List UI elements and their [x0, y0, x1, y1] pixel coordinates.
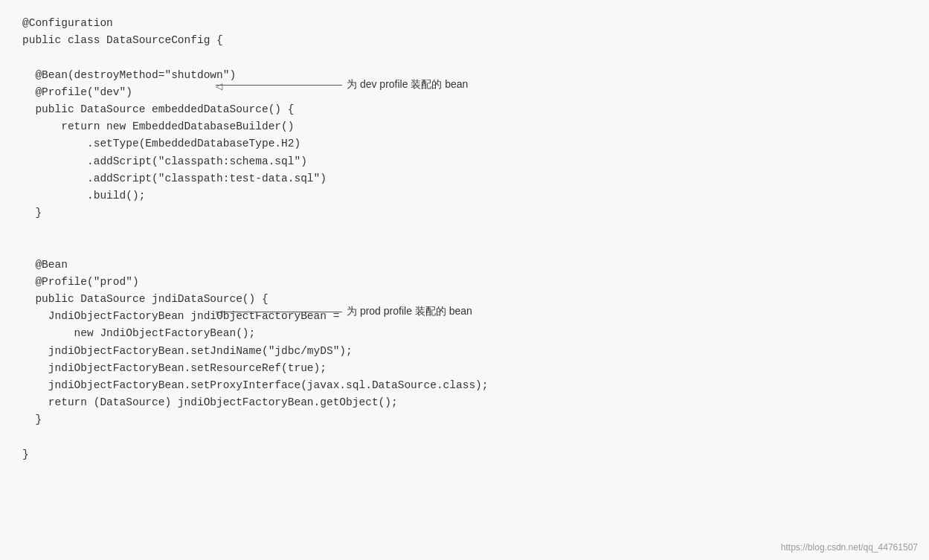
code-line-11: .build(); — [22, 190, 145, 202]
code-line-8: .setType(EmbeddedDatabaseType.H2) — [22, 138, 300, 149]
arrow-left-2: ◁ — [216, 312, 342, 312]
code-line-26: } — [22, 448, 29, 460]
code-line-23: return (DataSource) jndiObjectFactoryBea… — [22, 396, 398, 408]
code-line-1: @Configuration — [22, 17, 113, 29]
watermark: https://blog.csdn.net/qq_44761507 — [781, 542, 918, 553]
code-line-15: @Bean — [22, 259, 68, 271]
annotation-prod-profile: ◁ 为 prod profile 装配的 bean — [216, 305, 472, 318]
code-line-17: public DataSource jndiDataSource() { — [22, 293, 269, 305]
code-line-4: @Bean(destroyMethod="shutdown") — [22, 69, 236, 81]
annotation-dev-profile: ◁ 为 dev profile 装配的 bean — [216, 78, 468, 91]
annotation-prod-text: 为 prod profile 装配的 bean — [347, 305, 472, 318]
code-line-12: } — [22, 207, 42, 219]
code-line-7: return new EmbeddedDatabaseBuilder() — [22, 120, 294, 132]
code-line-20: jndiObjectFactoryBean.setJndiName("jdbc/… — [22, 345, 353, 357]
code-line-2: public class DataSourceConfig { — [22, 34, 223, 46]
code-line-24: } — [22, 413, 42, 425]
code-line-21: jndiObjectFactoryBean.setResourceRef(tru… — [22, 362, 327, 374]
arrow-left-1: ◁ — [216, 85, 342, 86]
code-container: @Configuration public class DataSourceCo… — [0, 0, 929, 560]
code-line-5: @Profile("dev") — [22, 86, 229, 98]
code-line-10: .addScript("classpath:test-data.sql") — [22, 173, 327, 184]
code-line-6: public DataSource embeddedDataSource() { — [22, 103, 294, 115]
code-line-19: new JndiObjectFactoryBean(); — [22, 327, 255, 339]
code-line-16: @Profile("prod") — [22, 276, 229, 288]
code-line-22: jndiObjectFactoryBean.setProxyInterface(… — [22, 379, 489, 391]
code-line-9: .addScript("classpath:schema.sql") — [22, 155, 307, 167]
annotation-dev-text: 为 dev profile 装配的 bean — [347, 78, 468, 91]
